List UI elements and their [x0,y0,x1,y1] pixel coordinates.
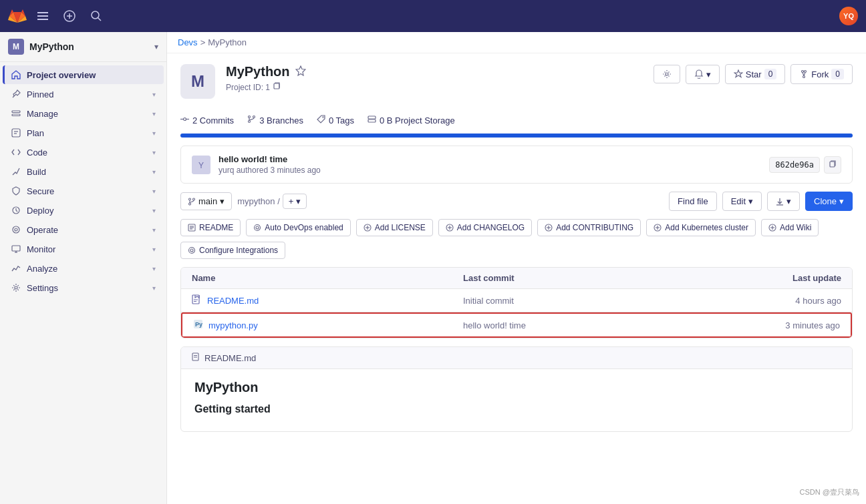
add-wiki-button[interactable]: Add Wiki [761,219,819,236]
settings-button[interactable] [654,65,680,83]
sidebar-toggle-icon[interactable] [32,5,53,27]
gitlab-logo[interactable] [8,7,27,25]
edit-button[interactable]: Edit ▾ [722,192,762,211]
add-license-button[interactable]: Add LICENSE [356,219,433,236]
copy-id-icon[interactable] [273,82,281,92]
readme-button[interactable]: README [180,219,241,236]
svg-point-40 [189,198,191,200]
sidebar-item-code[interactable]: Code ▾ [3,143,164,162]
fork-button[interactable]: Fork 0 [790,64,853,84]
project-avatar: M [180,64,215,99]
configure-integrations-button[interactable]: Configure Integrations [180,242,285,259]
home-icon [11,69,21,80]
chevron-icon: ▾ [152,265,156,272]
verified-badge-icon [295,64,306,79]
storage-info: 0 B Project Storage [380,115,455,125]
star-count: 0 [764,69,777,79]
project-info: MyPython Project ID: 1 [226,64,643,92]
sidebar-item-secure[interactable]: Secure ▾ [3,182,164,200]
commit-info: hello world! time yurq authored 3 minute… [219,154,761,175]
breadcrumb: Devs > MyPython [167,32,866,53]
svg-point-49 [256,226,259,229]
py-file-link[interactable]: mypython.py [208,320,258,330]
sidebar-item-label: Analyze [27,264,147,274]
svg-rect-8 [12,111,20,113]
download-button[interactable]: ▾ [767,192,800,211]
sidebar-item-pinned[interactable]: Pinned ▾ [3,85,164,103]
sidebar-item-operate[interactable]: Operate ▾ [3,220,164,239]
sidebar-item-settings[interactable]: Settings ▾ [3,278,164,297]
project-header: M MyPython Project ID: 1 [167,53,866,109]
star-button[interactable]: Star 0 [725,64,786,84]
sidebar-item-label: Code [27,148,147,158]
build-icon [11,166,21,177]
settings-icon [11,282,21,293]
branches-count: 3 Branches [259,115,303,125]
file-toolbar: main ▾ mypython / + ▾ Find file Edit ▾ ▾ [180,192,853,211]
path-breadcrumb: mypython / + ▾ [237,194,307,209]
copy-hash-icon[interactable] [824,156,841,174]
commits-icon [180,115,189,125]
sidebar-project[interactable]: M MyPython ▾ [0,32,166,62]
chevron-icon: ▾ [152,226,156,234]
tags-stat[interactable]: 0 Tags [317,115,354,125]
file-table-header: Name Last commit Last update [181,268,852,289]
search-icon[interactable] [86,5,107,27]
branches-stat[interactable]: 3 Branches [247,115,303,125]
svg-rect-9 [12,114,20,116]
svg-point-23 [805,71,807,73]
svg-point-66 [190,249,193,252]
add-path-button[interactable]: + ▾ [283,194,307,209]
add-changelog-button[interactable]: Add CHANGELOG [438,219,532,236]
sidebar-item-plan[interactable]: Plan ▾ [3,123,164,142]
add-contributing-button[interactable]: Add CONTRIBUTING [537,219,641,236]
watermark: CSDN @壹只菜鸟 [800,487,859,497]
find-file-button[interactable]: Find file [669,192,717,211]
notifications-button[interactable]: ▾ [686,65,720,84]
svg-point-19 [15,286,17,289]
progress-bar-container [180,134,853,138]
commit-message[interactable]: hello world! time [219,154,761,164]
star-label: Star [746,69,762,79]
sidebar-item-label: Project overview [27,70,156,80]
commit-author: yurq [219,166,234,175]
table-row: Py mypython.py hello world! time 3 minut… [181,312,852,338]
table-row: README.md Initial commit 4 hours ago [181,289,852,312]
readme-file-link[interactable]: README.md [207,296,259,306]
svg-point-42 [189,203,191,205]
col-last-update: Last update [734,273,841,283]
sidebar-item-monitor[interactable]: Monitor ▾ [3,240,164,258]
py-last-commit: hello world! time [463,320,733,330]
breadcrumb-separator: > [200,37,206,47]
sidebar-item-analyze[interactable]: Analyze ▾ [3,259,164,278]
svg-point-30 [249,116,251,118]
sidebar-item-label: Plan [27,128,147,138]
storage-icon [368,115,376,125]
file-icon-md [192,294,202,306]
sidebar-item-label: Settings [27,283,147,293]
breadcrumb-parent[interactable]: Devs [178,37,198,47]
commit-hash[interactable]: 862de96a [769,157,820,173]
sidebar-item-manage[interactable]: Manage ▾ [3,104,164,123]
auto-devops-button[interactable]: Auto DevOps enabled [246,219,350,236]
sidebar-item-deploy[interactable]: Deploy ▾ [3,201,164,220]
new-item-icon[interactable] [59,5,80,27]
chevron-icon: ▾ [152,207,156,214]
col-last-commit: Last commit [463,273,734,283]
user-avatar[interactable]: YQ [839,7,858,25]
action-buttons: README Auto DevOps enabled Add LICENSE A… [180,219,853,259]
add-kubernetes-button[interactable]: Add Kubernetes cluster [646,219,756,236]
sidebar-item-label: Monitor [27,244,147,254]
chevron-icon: ▾ [152,110,156,117]
branch-selector[interactable]: main ▾ [180,192,232,210]
file-name-readme: README.md [192,294,463,306]
svg-point-21 [666,73,668,75]
tags-count: 0 Tags [329,115,354,125]
commits-stat[interactable]: 2 Commits [180,115,234,125]
svg-point-32 [249,121,251,123]
sidebar-item-project-overview[interactable]: Project overview [3,65,164,84]
sidebar-item-build[interactable]: Build ▾ [3,162,164,181]
clone-button[interactable]: Clone ▾ [805,192,853,211]
code-icon [11,147,21,158]
sidebar-item-label: Operate [27,225,147,235]
